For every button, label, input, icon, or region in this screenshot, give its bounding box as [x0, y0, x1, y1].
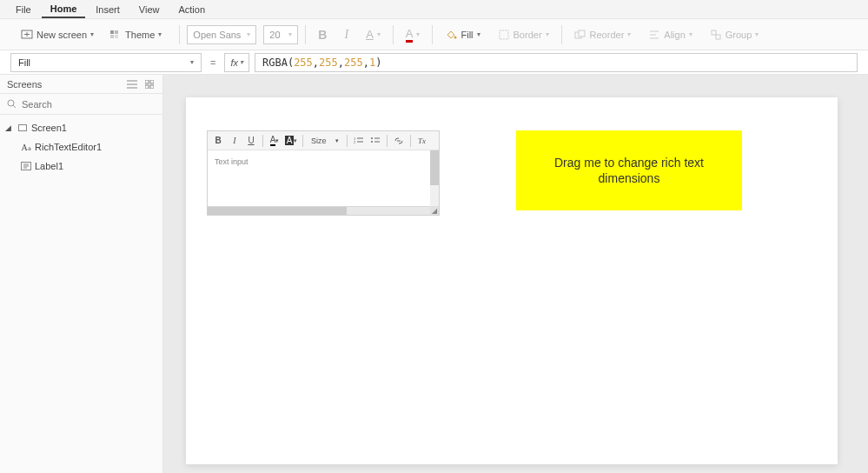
canvas-area: B I U A▾ A▾ Size▾ 12 — [163, 75, 868, 473]
screen-canvas[interactable]: B I U A▾ A▾ Size▾ 12 — [186, 97, 838, 464]
rte-font-color-button[interactable]: A▾ — [268, 134, 282, 148]
svg-rect-14 — [712, 30, 716, 35]
font-size-value: 20 — [269, 30, 280, 40]
svg-point-7 — [454, 36, 457, 38]
property-dropdown[interactable]: Fill ▾ — [10, 53, 202, 72]
equals-sign: = — [207, 57, 219, 68]
align-label: Align — [664, 30, 685, 40]
rte-separator — [302, 135, 303, 147]
rte-toolbar: B I U A▾ A▾ Size▾ 12 — [208, 131, 439, 150]
rte-numbered-list-button[interactable]: 12 — [352, 134, 366, 148]
tree-node-screen1[interactable]: ◢ Screen1 — [0, 118, 162, 137]
ribbon-separator — [305, 25, 306, 44]
rte-underline-button[interactable]: U — [244, 134, 258, 148]
rte-scrollbar-thumb[interactable] — [430, 150, 439, 185]
tree-node-label: Screen1 — [31, 123, 67, 133]
chevron-down-icon: ▾ — [240, 58, 243, 66]
new-screen-icon — [21, 29, 33, 41]
svg-rect-5 — [110, 35, 114, 38]
tree-collapse-icon[interactable]: ◢ — [5, 123, 14, 132]
group-label: Group — [726, 30, 752, 40]
label-text: Drag me to change rich text dimensions — [525, 155, 733, 186]
svg-rect-6 — [115, 35, 118, 38]
label-control[interactable]: Drag me to change rich text dimensions — [516, 130, 742, 210]
fx-button[interactable]: fx ▾ — [224, 53, 249, 72]
tree-search[interactable] — [0, 94, 162, 115]
rte-clear-format-button[interactable]: Tx — [415, 134, 429, 148]
menu-home[interactable]: Home — [42, 1, 86, 18]
rte-separator — [262, 135, 263, 147]
tree-node-label: Label1 — [35, 161, 63, 171]
new-screen-button[interactable]: New screen ▾ — [16, 26, 99, 43]
svg-point-23 — [8, 100, 14, 106]
svg-rect-4 — [115, 30, 118, 34]
ribbon-separator — [179, 25, 180, 44]
fill-button[interactable]: Fill ▾ — [440, 26, 485, 43]
font-color-letter: A — [406, 27, 414, 43]
svg-rect-8 — [500, 30, 508, 39]
svg-rect-15 — [716, 35, 720, 39]
font-family-select[interactable]: Open Sans ▾ — [187, 25, 256, 44]
rte-h-scrollbar[interactable]: ◢ — [208, 206, 439, 215]
rte-bullet-list-button[interactable] — [368, 134, 382, 148]
chevron-down-icon: ▾ — [158, 30, 162, 38]
rte-body[interactable]: Text input — [208, 150, 439, 206]
theme-button[interactable]: Theme ▾ — [104, 26, 167, 43]
ribbon: New screen ▾ Theme ▾ Open Sans ▾ 20 ▾ B … — [0, 19, 868, 50]
label-icon — [21, 161, 31, 171]
group-button[interactable]: Group ▾ — [705, 26, 765, 43]
underline-button[interactable]: A ▾ — [361, 25, 386, 43]
menu-action[interactable]: Action — [169, 2, 214, 17]
rte-scrollbar[interactable] — [430, 150, 439, 206]
rte-highlight-button[interactable]: A▾ — [284, 134, 298, 148]
tree-search-input[interactable] — [22, 99, 156, 110]
tree-node-label1[interactable]: Label1 — [0, 157, 162, 176]
tree-body: ◢ Screen1 Aₐ RichTextEditor1 Label1 — [0, 115, 162, 179]
search-icon — [7, 99, 17, 109]
rte-italic-button[interactable]: I — [228, 134, 242, 148]
font-size-select[interactable]: 20 ▾ — [263, 25, 298, 44]
rte-separator — [387, 135, 388, 147]
chevron-down-icon: ▾ — [247, 30, 250, 38]
italic-button[interactable]: I — [339, 25, 354, 44]
svg-rect-21 — [145, 85, 149, 89]
svg-rect-19 — [145, 80, 149, 83]
rich-text-editor-control[interactable]: B I U A▾ A▾ Size▾ 12 — [207, 130, 440, 216]
ribbon-separator — [561, 25, 562, 44]
svg-rect-10 — [579, 30, 585, 37]
svg-rect-3 — [110, 30, 114, 34]
rte-size-select[interactable]: Size▾ — [308, 137, 342, 145]
border-button[interactable]: Border ▾ — [493, 26, 554, 43]
reorder-label: Reorder — [590, 30, 625, 40]
svg-point-33 — [371, 137, 373, 139]
rte-h-scrollbar-thumb[interactable] — [208, 207, 347, 215]
fx-label: fx — [230, 57, 238, 68]
tree-list-view-icon[interactable] — [126, 78, 138, 90]
menu-insert[interactable]: Insert — [87, 2, 129, 17]
menu-file[interactable]: File — [7, 2, 40, 17]
tree-grid-view-icon[interactable] — [143, 78, 156, 90]
font-family-value: Open Sans — [193, 30, 241, 40]
rte-link-button[interactable] — [392, 134, 406, 148]
formula-input[interactable]: RGBA(255, 255, 255, 1) — [255, 53, 858, 72]
chevron-down-icon: ▾ — [377, 30, 381, 38]
rte-bold-button[interactable]: B — [211, 134, 225, 148]
svg-rect-22 — [150, 85, 154, 89]
formula-func: RGBA — [262, 57, 288, 69]
font-color-button[interactable]: A ▾ — [401, 24, 426, 45]
tree-node-richtexteditor1[interactable]: Aₐ RichTextEditor1 — [0, 137, 162, 157]
chevron-down-icon: ▾ — [90, 30, 94, 38]
menu-view[interactable]: View — [130, 2, 169, 17]
align-button[interactable]: Align ▾ — [643, 26, 697, 43]
bold-button[interactable]: B — [313, 25, 332, 44]
reorder-button[interactable]: Reorder ▾ — [569, 26, 637, 43]
group-icon — [710, 29, 722, 41]
svg-point-35 — [371, 141, 373, 143]
rte-resize-handle[interactable]: ◢ — [430, 206, 439, 215]
tree-title: Screens — [7, 79, 42, 90]
property-value: Fill — [18, 57, 30, 68]
main-area: Screens ◢ Screen1 Aₐ — [0, 75, 868, 473]
formula-bar: Fill ▾ = fx ▾ RGBA(255, 255, 255, 1) — [0, 50, 868, 75]
border-icon — [498, 29, 510, 41]
ribbon-separator — [432, 25, 433, 44]
